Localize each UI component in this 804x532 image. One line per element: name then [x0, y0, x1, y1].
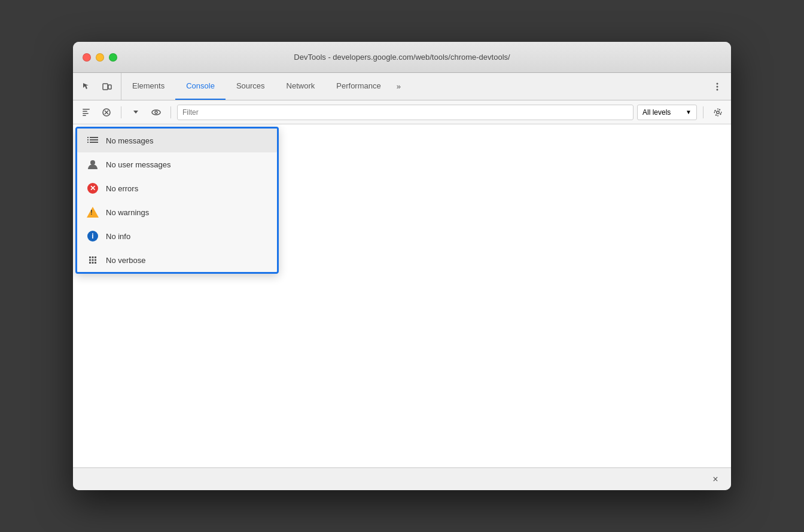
toolbar-divider-1	[121, 106, 121, 118]
filter-dropdown-trigger[interactable]	[127, 104, 144, 121]
verbose-icon	[87, 254, 99, 266]
devtools-window: DevTools - developers.google.com/web/too…	[73, 42, 731, 490]
close-traffic-light[interactable]	[83, 53, 91, 62]
svg-rect-27	[95, 256, 96, 258]
maximize-traffic-light[interactable]	[109, 53, 117, 62]
svg-rect-22	[89, 259, 91, 261]
svg-rect-5	[83, 109, 90, 110]
bottom-bar: ×	[73, 467, 731, 490]
tab-sources[interactable]: Sources	[226, 73, 276, 100]
tab-list: Elements Console Sources Network Perform…	[121, 73, 406, 100]
levels-dropdown[interactable]: All levels ▼	[637, 105, 697, 120]
svg-rect-8	[83, 115, 86, 116]
toolbar-divider-3	[703, 106, 704, 118]
window-title: DevTools - developers.google.com/web/too…	[73, 53, 731, 62]
tab-more-button[interactable]: »	[392, 73, 406, 100]
devtools-menu-icon[interactable]	[709, 79, 725, 94]
svg-point-3	[717, 85, 718, 87]
svg-point-20	[90, 160, 95, 165]
toolbar-divider-2	[170, 106, 171, 118]
svg-rect-29	[95, 262, 96, 264]
device-toolbar-icon[interactable]	[99, 79, 115, 94]
svg-rect-19	[90, 142, 98, 143]
dropdown-item-no-info[interactable]: i No info	[77, 224, 277, 248]
svg-rect-6	[83, 111, 87, 112]
traffic-lights	[83, 53, 117, 62]
svg-point-12	[152, 110, 160, 115]
svg-rect-24	[92, 256, 94, 258]
svg-rect-14	[87, 137, 89, 138]
console-toolbar: All levels ▼	[73, 100, 731, 124]
svg-rect-18	[87, 142, 89, 143]
dropdown-item-no-verbose[interactable]: No verbose	[77, 248, 277, 272]
svg-point-4	[717, 88, 718, 90]
main-content: No messages No user messages ✕ No errors	[73, 124, 731, 467]
info-icon: i	[87, 230, 99, 242]
tab-console[interactable]: Console	[175, 73, 226, 100]
dropdown-item-no-user-messages[interactable]: No user messages	[77, 152, 277, 176]
settings-gear-icon[interactable]	[709, 104, 726, 121]
svg-rect-7	[83, 113, 89, 114]
warning-icon	[87, 206, 99, 218]
svg-rect-25	[92, 259, 94, 261]
svg-rect-23	[89, 262, 91, 264]
dropdown-item-no-warnings[interactable]: No warnings	[77, 200, 277, 224]
svg-rect-16	[87, 139, 89, 140]
svg-rect-15	[90, 137, 98, 138]
tab-performance[interactable]: Performance	[325, 73, 391, 100]
user-icon	[87, 158, 99, 170]
svg-rect-21	[89, 256, 91, 258]
filter-input[interactable]	[177, 105, 634, 120]
clear-icon[interactable]	[98, 104, 115, 121]
tab-bar-controls	[73, 73, 121, 100]
dropdown-item-no-messages[interactable]: No messages	[77, 129, 277, 152]
svg-rect-17	[90, 139, 98, 140]
list-icon	[87, 134, 99, 146]
tab-bar: Elements Console Sources Network Perform…	[73, 73, 731, 100]
svg-rect-26	[92, 262, 94, 264]
minimize-traffic-light[interactable]	[96, 53, 104, 62]
close-button[interactable]: ×	[709, 473, 721, 485]
title-bar: DevTools - developers.google.com/web/too…	[73, 42, 731, 73]
tab-elements[interactable]: Elements	[121, 73, 175, 100]
filter-dropdown-panel: No messages No user messages ✕ No errors	[75, 127, 279, 274]
dropdown-item-no-errors[interactable]: ✕ No errors	[77, 176, 277, 200]
clear-console-icon[interactable]	[78, 104, 95, 121]
svg-rect-0	[103, 84, 108, 90]
svg-point-2	[717, 82, 718, 84]
error-icon: ✕	[87, 182, 99, 194]
inspect-element-icon[interactable]	[79, 79, 95, 94]
svg-point-13	[155, 111, 157, 114]
tab-bar-right	[704, 73, 731, 100]
tab-network[interactable]: Network	[276, 73, 326, 100]
svg-rect-1	[108, 85, 111, 89]
eye-icon[interactable]	[148, 104, 165, 121]
svg-rect-28	[95, 259, 96, 261]
